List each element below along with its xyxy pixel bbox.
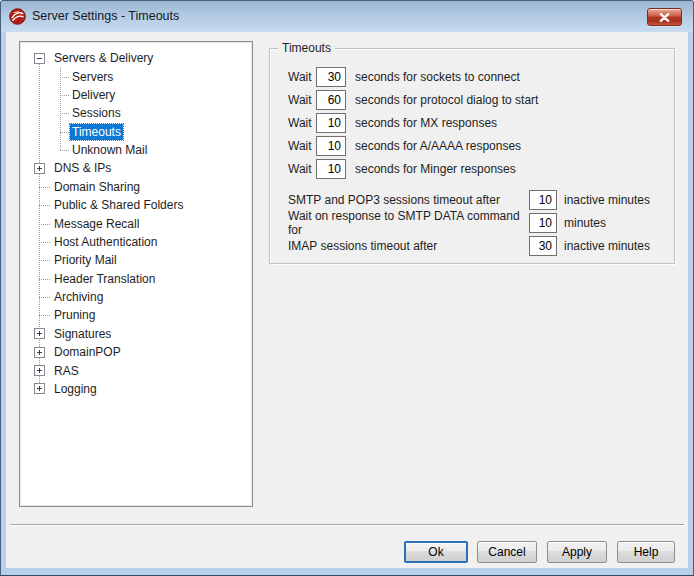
tree-item-priority-mail[interactable]: Priority Mail bbox=[21, 251, 251, 269]
tree-item-signatures[interactable]: Signatures bbox=[21, 325, 251, 343]
tree-connector bbox=[39, 297, 50, 298]
sockets-connect-input[interactable] bbox=[316, 67, 346, 87]
wait-label: Wait bbox=[288, 70, 316, 84]
button-separator bbox=[10, 524, 684, 526]
tree-item-domainpop[interactable]: DomainPOP bbox=[21, 343, 251, 361]
tree-item-sessions[interactable]: Sessions bbox=[21, 104, 251, 122]
imap-timeout-input[interactable] bbox=[529, 236, 557, 256]
tree-item-header-translation[interactable]: Header Translation bbox=[21, 270, 251, 288]
wait-label: Wait bbox=[288, 116, 316, 130]
row-description: minutes bbox=[564, 216, 606, 230]
tree-item-delivery[interactable]: Delivery bbox=[21, 86, 251, 104]
groupbox-title: Timeouts bbox=[278, 41, 335, 55]
minger-responses-input[interactable] bbox=[316, 159, 346, 179]
close-button[interactable] bbox=[647, 8, 682, 26]
row-description: seconds for Minger responses bbox=[355, 162, 516, 176]
smtp-pop3-timeout-input[interactable] bbox=[529, 190, 557, 210]
tree-item-unknown-mail[interactable]: Unknown Mail bbox=[21, 141, 251, 159]
expand-expander-icon[interactable] bbox=[34, 383, 45, 394]
row-label: Wait on response to SMTP DATA command fo… bbox=[288, 209, 529, 237]
window-title: Server Settings - Timeouts bbox=[32, 1, 179, 31]
a-aaaa-responses-row: Wait seconds for A/AAAA responses bbox=[288, 136, 668, 156]
tree-connector bbox=[39, 315, 50, 316]
smtp-pop3-timeout-row: SMTP and POP3 sessions timeout after ina… bbox=[288, 190, 668, 210]
ok-button[interactable]: Ok bbox=[404, 541, 468, 563]
mx-responses-row: Wait seconds for MX responses bbox=[288, 113, 668, 133]
tree-item-timeouts[interactable]: Timeouts bbox=[21, 123, 251, 141]
close-icon bbox=[659, 13, 670, 22]
tree-connector bbox=[39, 279, 50, 280]
wait-label: Wait bbox=[288, 162, 316, 176]
protocol-dialog-row: Wait seconds for protocol dialog to star… bbox=[288, 90, 668, 110]
settings-nav-tree: Servers & Delivery Servers Delivery Sess… bbox=[19, 41, 253, 507]
smtp-data-wait-row: Wait on response to SMTP DATA command fo… bbox=[288, 213, 668, 233]
tree-item-dns-and-ips[interactable]: DNS & IPs bbox=[21, 159, 251, 177]
tree-item-servers[interactable]: Servers bbox=[21, 67, 251, 85]
expand-expander-icon[interactable] bbox=[34, 328, 45, 339]
mx-responses-input[interactable] bbox=[316, 113, 346, 133]
tree-item-domain-sharing[interactable]: Domain Sharing bbox=[21, 178, 251, 196]
timeouts-groupbox: Timeouts Wait seconds for sockets to con… bbox=[269, 48, 675, 264]
row-description: seconds for MX responses bbox=[355, 116, 497, 130]
title-bar: Server Settings - Timeouts bbox=[1, 1, 693, 32]
tree-connector bbox=[39, 205, 50, 206]
tree-item-public-shared-folders[interactable]: Public & Shared Folders bbox=[21, 196, 251, 214]
tree-item-archiving[interactable]: Archiving bbox=[21, 288, 251, 306]
tree-item-message-recall[interactable]: Message Recall bbox=[21, 214, 251, 232]
minger-responses-row: Wait seconds for Minger responses bbox=[288, 159, 668, 179]
tree-item-ras[interactable]: RAS bbox=[21, 361, 251, 379]
tree-connector bbox=[39, 260, 50, 261]
protocol-dialog-input[interactable] bbox=[316, 90, 346, 110]
row-description: inactive minutes bbox=[564, 193, 650, 207]
tree-item-host-authentication[interactable]: Host Authentication bbox=[21, 233, 251, 251]
collapse-expander-icon[interactable] bbox=[34, 53, 45, 64]
expand-expander-icon[interactable] bbox=[34, 365, 45, 376]
imap-timeout-row: IMAP sessions timeout after inactive min… bbox=[288, 236, 668, 256]
cancel-button[interactable]: Cancel bbox=[477, 541, 537, 563]
app-icon bbox=[9, 8, 26, 25]
tree-connector bbox=[60, 150, 69, 151]
smtp-data-wait-input[interactable] bbox=[529, 213, 557, 233]
tree-item-servers-and-delivery[interactable]: Servers & Delivery bbox=[21, 49, 251, 67]
wait-label: Wait bbox=[288, 93, 316, 107]
apply-button[interactable]: Apply bbox=[547, 541, 607, 563]
row-description: inactive minutes bbox=[564, 239, 650, 253]
tree-connector bbox=[60, 132, 69, 133]
row-label: IMAP sessions timeout after bbox=[288, 239, 529, 253]
tree-item-logging[interactable]: Logging bbox=[21, 380, 251, 398]
tree-connector bbox=[60, 113, 69, 114]
dialog-content: Servers & Delivery Servers Delivery Sess… bbox=[6, 32, 688, 568]
tree-connector bbox=[60, 77, 69, 78]
row-description: seconds for protocol dialog to start bbox=[355, 93, 538, 107]
tree-item-pruning[interactable]: Pruning bbox=[21, 306, 251, 324]
row-description: seconds for A/AAAA responses bbox=[355, 139, 521, 153]
row-description: seconds for sockets to connect bbox=[355, 70, 520, 84]
a-aaaa-responses-input[interactable] bbox=[316, 136, 346, 156]
help-button[interactable]: Help bbox=[617, 541, 675, 563]
tree-rows: Servers & Delivery Servers Delivery Sess… bbox=[21, 43, 251, 505]
server-settings-dialog: Server Settings - Timeouts Servers & Del… bbox=[0, 0, 694, 576]
tree-connector bbox=[60, 95, 69, 96]
tree-connector bbox=[39, 187, 50, 188]
expand-expander-icon[interactable] bbox=[34, 347, 45, 358]
row-label: SMTP and POP3 sessions timeout after bbox=[288, 193, 529, 207]
sockets-connect-row: Wait seconds for sockets to connect bbox=[288, 67, 668, 87]
wait-label: Wait bbox=[288, 139, 316, 153]
tree-connector bbox=[39, 242, 50, 243]
tree-connector bbox=[39, 224, 50, 225]
expand-expander-icon[interactable] bbox=[34, 163, 45, 174]
